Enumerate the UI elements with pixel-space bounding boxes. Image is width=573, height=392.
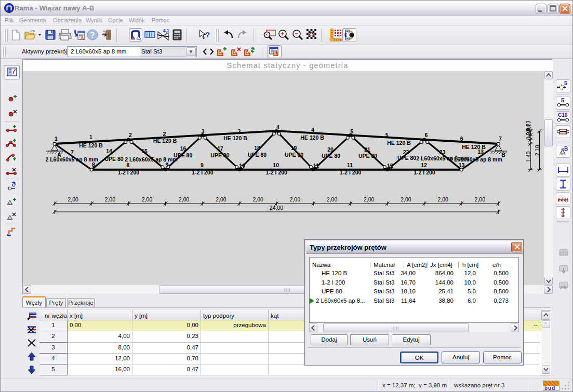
svg-text:2,00: 2,00: [142, 196, 153, 202]
svg-text:2,00: 2,00: [437, 196, 448, 202]
svg-text:2,10: 2,10: [534, 145, 540, 156]
svg-text:A: A: [80, 35, 84, 40]
svg-text:2 L60x60x5 ap 8 mm: 2 L60x60x5 ap 8 mm: [125, 156, 178, 163]
svg-text:UPE 80: UPE 80: [358, 153, 377, 159]
svg-text:1: 1: [89, 134, 92, 140]
svg-text:4: 4: [276, 124, 279, 130]
svg-text:21: 21: [364, 146, 370, 153]
svg-text:2,00: 2,00: [179, 196, 190, 202]
svg-text:1-2 I 200: 1-2 I 200: [118, 169, 140, 175]
svg-text:2 L60x60x5 ap 8 mm: 2 L60x60x5 ap 8 mm: [45, 156, 98, 163]
svg-text:5: 5: [561, 97, 564, 103]
svg-text:1,40: 1,40: [525, 152, 531, 163]
svg-text:UPE 80: UPE 80: [397, 155, 416, 161]
svg-text:7: 7: [71, 149, 74, 155]
svg-text:HE 120 B: HE 120 B: [79, 142, 103, 148]
svg-text:2,00: 2,00: [327, 196, 338, 202]
svg-text:2,00: 2,00: [475, 196, 486, 202]
svg-text:1: 1: [55, 136, 58, 142]
svg-text:15: 15: [141, 148, 148, 154]
svg-text:UPE 80: UPE 80: [210, 152, 229, 158]
svg-text:2,00: 2,00: [401, 196, 411, 202]
svg-text:7: 7: [499, 136, 502, 142]
svg-text:2,00: 2,00: [252, 196, 263, 202]
svg-text:1-2 I 200: 1-2 I 200: [340, 169, 362, 175]
svg-text:8: 8: [92, 161, 95, 168]
svg-text:2: 2: [129, 132, 132, 138]
svg-text:6: 6: [460, 136, 463, 142]
svg-text:HE 120 B: HE 120 B: [223, 135, 247, 141]
svg-text:2,00: 2,00: [68, 196, 78, 202]
svg-text:UPE 80: UPE 80: [248, 152, 266, 158]
svg-text:5: 5: [564, 80, 567, 86]
svg-text:5: 5: [385, 132, 389, 138]
svg-text:HE 120 B: HE 120 B: [153, 138, 177, 144]
svg-text:18: 18: [254, 145, 260, 151]
svg-text:C10: C10: [558, 112, 568, 118]
svg-text:HE 120 B: HE 120 B: [387, 140, 411, 146]
svg-text:22: 22: [403, 149, 409, 155]
svg-text:24,00: 24,00: [270, 205, 283, 211]
svg-text:1-2 I 200: 1-2 I 200: [192, 169, 214, 175]
svg-text:2 L60x60x5 ap 8 mm: 2 L60x60x5 ap 8 mm: [449, 156, 502, 163]
svg-text:0,23: 0,23: [525, 129, 531, 140]
svg-text:2: 2: [163, 131, 166, 137]
svg-text:10: 10: [239, 163, 245, 169]
svg-text:2,00: 2,00: [364, 196, 375, 202]
svg-text:13: 13: [477, 148, 484, 155]
svg-text:UPE 80: UPE 80: [174, 152, 192, 158]
svg-text:20: 20: [327, 146, 334, 153]
svg-text:UPE 80: UPE 80: [285, 152, 303, 158]
svg-text:3: 3: [237, 128, 241, 134]
svg-text:2/5: 2/5: [560, 285, 567, 290]
svg-text:2,00: 2,00: [290, 196, 301, 202]
svg-text:4,1: 4,1: [163, 29, 169, 33]
svg-text:14: 14: [106, 148, 112, 154]
svg-text:UPE 80: UPE 80: [104, 156, 123, 162]
svg-text:5: 5: [351, 128, 354, 134]
svg-text:1-2 I 200: 1-2 I 200: [414, 169, 435, 175]
svg-text:1-2 I 200: 1-2 I 200: [265, 169, 287, 175]
svg-text:?: ?: [205, 30, 210, 39]
svg-text:B: B: [564, 146, 568, 152]
svg-text:11: 11: [313, 163, 319, 169]
svg-text:13: 13: [459, 162, 465, 168]
svg-text:UPE 80: UPE 80: [322, 153, 340, 159]
svg-text:9: 9: [201, 162, 204, 168]
svg-text:?: ?: [90, 31, 95, 39]
svg-text:4: 4: [311, 127, 314, 133]
svg-text:23: 23: [439, 149, 446, 155]
svg-text:11: 11: [347, 162, 353, 168]
svg-text:12: 12: [421, 162, 427, 168]
svg-text:12: 12: [387, 163, 393, 169]
svg-text:3: 3: [202, 128, 205, 134]
svg-text:19: 19: [291, 145, 297, 151]
svg-text:16: 16: [180, 145, 186, 152]
svg-text:17: 17: [217, 145, 223, 152]
svg-text:10: 10: [273, 162, 279, 168]
svg-text:2,00: 2,00: [105, 196, 116, 202]
svg-text:9: 9: [165, 161, 168, 168]
svg-text:HE 120 B: HE 120 B: [300, 134, 324, 141]
svg-text:2,00: 2,00: [216, 196, 226, 202]
svg-text:6: 6: [425, 132, 428, 138]
svg-text:8: 8: [126, 162, 129, 168]
